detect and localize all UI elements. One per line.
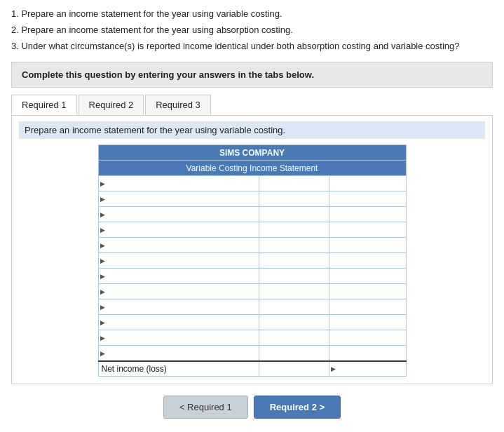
table-row	[98, 207, 406, 222]
row4-label	[98, 222, 259, 238]
net-income-input[interactable]	[332, 364, 403, 374]
row3-label	[98, 207, 259, 222]
row3-label-input[interactable]	[102, 210, 256, 220]
table-row	[98, 269, 406, 284]
row7-right	[329, 269, 406, 284]
net-income-mid	[259, 361, 329, 377]
row12-right	[329, 346, 406, 361]
row6-mid	[259, 253, 329, 269]
row8-label	[98, 284, 259, 299]
row10-mid	[259, 315, 329, 330]
tab-required3[interactable]: Required 3	[145, 95, 211, 115]
row5-label-input[interactable]	[102, 241, 256, 250]
table-row	[98, 238, 406, 253]
table-company-row: SIMS COMPANY	[98, 145, 406, 161]
row5-mid	[259, 238, 329, 253]
row7-label	[98, 269, 259, 284]
row1-right-input[interactable]	[332, 179, 403, 189]
row11-mid	[259, 330, 329, 346]
prev-button[interactable]: < Required 1	[163, 396, 248, 419]
row11-label-input[interactable]	[102, 333, 256, 343]
row8-right	[329, 284, 406, 299]
row2-label-input[interactable]	[102, 194, 256, 204]
row5-mid-input[interactable]	[262, 241, 326, 250]
row1-mid	[259, 176, 329, 191]
table-subtitle: Variable Costing Income Statement	[98, 161, 406, 176]
row8-mid	[259, 284, 329, 299]
table-row	[98, 330, 406, 346]
row1-label	[98, 176, 259, 191]
row9-label	[98, 299, 259, 315]
tab-required1[interactable]: Required 1	[11, 95, 77, 115]
row2-label	[98, 191, 259, 207]
row4-mid	[259, 222, 329, 238]
row10-mid-input[interactable]	[262, 318, 326, 328]
row2-right	[329, 191, 406, 207]
table-row	[98, 299, 406, 315]
row1-mid-input[interactable]	[262, 179, 326, 189]
table-row	[98, 176, 406, 191]
row9-mid-input[interactable]	[262, 302, 326, 312]
row8-mid-input[interactable]	[262, 287, 326, 297]
table-row	[98, 346, 406, 361]
net-income-label: Net income (loss)	[98, 361, 259, 377]
net-income-value	[329, 361, 406, 377]
row5-right	[329, 238, 406, 253]
row7-mid-input[interactable]	[262, 271, 326, 281]
row11-mid-input[interactable]	[262, 333, 326, 343]
instruction-line3: 3. Under what circumstance(s) is reporte…	[11, 39, 493, 54]
row11-right	[329, 330, 406, 346]
company-name: SIMS COMPANY	[98, 145, 406, 161]
row7-label-input[interactable]	[102, 271, 256, 281]
tabs-row: Required 1 Required 2 Required 3	[11, 95, 493, 116]
row6-mid-input[interactable]	[262, 256, 326, 266]
row4-right	[329, 222, 406, 238]
next-button[interactable]: Required 2 >	[254, 396, 341, 419]
instruction-line2: 2. Prepare an income statement for the y…	[11, 23, 493, 38]
complete-box: Complete this question by entering your …	[11, 62, 493, 88]
row8-label-input[interactable]	[102, 287, 256, 297]
row2-mid	[259, 191, 329, 207]
net-income-row: Net income (loss)	[98, 361, 406, 377]
row7-right-input[interactable]	[332, 271, 403, 281]
row12-mid	[259, 346, 329, 361]
row1-right	[329, 176, 406, 191]
row9-right	[329, 299, 406, 315]
row6-label	[98, 253, 259, 269]
table-subtitle-row: Variable Costing Income Statement	[98, 161, 406, 176]
row4-label-input[interactable]	[102, 225, 256, 235]
row6-right	[329, 253, 406, 269]
row1-label-input[interactable]	[102, 179, 256, 189]
row10-label	[98, 315, 259, 330]
tab-instruction: Prepare an income statement for the year…	[19, 121, 485, 139]
row11-label	[98, 330, 259, 346]
row12-label	[98, 346, 259, 361]
row12-mid-input[interactable]	[262, 349, 326, 358]
row6-label-input[interactable]	[102, 256, 256, 266]
table-row	[98, 222, 406, 238]
row12-label-input[interactable]	[102, 349, 256, 358]
row10-right	[329, 315, 406, 330]
row7-mid	[259, 269, 329, 284]
row3-mid	[259, 207, 329, 222]
tab-content: Prepare an income statement for the year…	[11, 116, 493, 384]
row3-mid-input[interactable]	[262, 210, 326, 220]
row4-mid-input[interactable]	[262, 225, 326, 235]
row5-label	[98, 238, 259, 253]
table-row	[98, 284, 406, 299]
table-row	[98, 315, 406, 330]
instructions: 1. Prepare an income statement for the y…	[11, 7, 493, 53]
row10-label-input[interactable]	[102, 318, 256, 328]
row9-label-input[interactable]	[102, 302, 256, 312]
table-row	[98, 253, 406, 269]
bottom-nav: < Required 1 Required 2 >	[11, 396, 493, 419]
income-table: SIMS COMPANY Variable Costing Income Sta…	[98, 144, 407, 377]
table-row	[98, 191, 406, 207]
row2-mid-input[interactable]	[262, 194, 326, 204]
tab-required2[interactable]: Required 2	[79, 95, 144, 115]
row3-right	[329, 207, 406, 222]
instruction-line1: 1. Prepare an income statement for the y…	[11, 7, 493, 22]
row9-mid	[259, 299, 329, 315]
